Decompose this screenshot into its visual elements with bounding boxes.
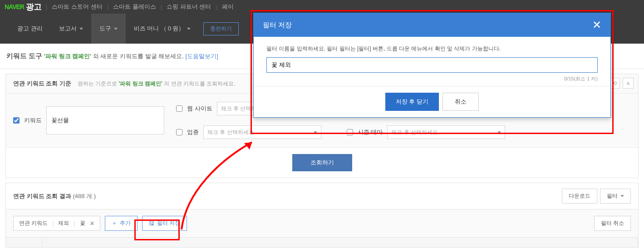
modal-title: 필터 저장 [263,21,292,30]
nav-report[interactable]: 보고서 [51,14,91,44]
chevron-down-icon [497,131,501,134]
chevron-down-icon [114,28,118,30]
chip-remove-icon[interactable]: ✕ [90,220,94,227]
chevron-down-icon [620,195,624,197]
nav-ad-manage[interactable]: 광고 관리 [9,14,51,44]
naver-ad-label: 광고 [26,1,41,12]
chevron-down-icon [79,28,83,30]
industry-field: 업종 체크 후 선택하세요 [176,125,335,139]
divider: | [107,4,108,10]
help-link[interactable]: [도움말보기] [186,53,218,60]
naver-logo: NAVER [5,3,24,10]
search-button[interactable]: 조회하기 [292,154,352,171]
industry-checkbox[interactable] [176,129,182,135]
filter-button[interactable]: 필터 [600,189,631,204]
keyword-field: 키워드 [13,102,164,139]
website-label: 웹 사이트 [187,105,212,113]
results-count: (488 개 ) [73,193,96,199]
save-filter-modal: 필터 저장 ✕ 필터 이름을 입력하세요. 필터 필터는 [필터] 버튼, 드롭… [253,13,611,118]
keyword-checkbox[interactable] [13,117,20,124]
chip-value: 꽃 [80,219,85,227]
topbar-link-place[interactable]: 스마트 플레이스 [113,3,156,11]
save-filter-button[interactable]: 🖫필터 저장 [142,216,187,231]
download-button[interactable]: 다운로드 [562,189,597,204]
page-title-text: 의 새로운 키워드를 발굴 해보세요. [93,53,184,60]
close-icon[interactable]: ✕ [592,20,601,30]
charge-button[interactable]: 충전하기 [203,22,239,35]
keyword-input[interactable] [46,106,164,134]
season-label: 시즌 테마 [358,128,383,136]
chevron-down-icon [314,131,317,134]
website-checkbox[interactable] [176,105,182,112]
industry-label: 업종 [187,128,199,136]
save-icon: 🖫 [149,220,154,227]
add-filter-button[interactable]: ＋추가 [105,216,138,231]
modal-message: 필터 이름을 입력하세요. 필터 필터는 [필터] 버튼, 드롭 다운 메뉴에서… [266,45,598,53]
season-field: 시즌 테마 체크 후 선택하세요 [347,125,506,139]
filter-chip: 연관 키워드 | 제외 | 꽃 ✕ [13,216,100,231]
topbar: NAVER 광고 | 스마트 스토어 센터 | 스마트 플레이스 | 쇼핑 파트… [0,0,644,14]
page-title: 키워드 도구 [6,52,42,60]
topbar-link-store[interactable]: 스마트 스토어 센터 [52,3,102,11]
filter-name-input[interactable] [266,57,598,73]
results-head: 연관 키워드 조회 결과 (488 개 ) 다운로드 필터 [5,183,639,209]
keyword-label: 키워드 [24,116,42,124]
chevron-down-icon [187,28,191,30]
cancel-filter-button[interactable]: 필터 취소 [594,216,631,231]
divider: | [74,220,75,227]
criteria-title: 연관 키워드 조회 기준 [13,80,71,88]
chip-op: 제외 [58,219,69,227]
topbar-link-pay[interactable]: 페이 [222,3,234,11]
plus-icon: ＋ [112,219,117,227]
topbar-link-partner[interactable]: 쇼핑 파트너 센터 [167,3,211,11]
char-count: 0/15(최소 1 자) [266,75,598,82]
modal-header: 필터 저장 ✕ [254,13,610,37]
modal-save-button[interactable]: 저장 후 닫기 [385,93,439,111]
table-header-strip [5,238,639,248]
season-select[interactable]: 체크 후 선택하세요 [387,125,505,139]
modal-footer: 저장 후 닫기 취소 [254,86,610,117]
results-title: 연관 키워드 조회 결과 [13,193,71,199]
industry-select[interactable]: 체크 후 선택하세요 [203,125,321,139]
divider: | [216,4,217,10]
season-checkbox[interactable] [347,129,353,135]
filter-chip-row: 연관 키워드 | 제외 | 꽃 ✕ ＋추가 🖫필터 저장 필터 취소 [5,209,639,238]
page-title-em: '파워 링크 캠페인' [44,53,91,60]
nav-tools[interactable]: 도구 [91,14,126,44]
divider: | [52,220,54,227]
modal-cancel-button[interactable]: 취소 [442,93,479,111]
chip-column: 연관 키워드 [19,219,48,227]
criteria-foot: 조회하기 [6,147,638,178]
divider: | [161,4,162,10]
criteria-sub: 원하는 기준으로 '파워 링크 캠페인' 의 연관 키워드를 조회하세요. [78,80,236,88]
divider: | [46,4,47,10]
collapse-button[interactable]: ∧ [623,78,634,89]
nav-bizmoney[interactable]: 비즈 머니 （０원） [126,14,199,44]
